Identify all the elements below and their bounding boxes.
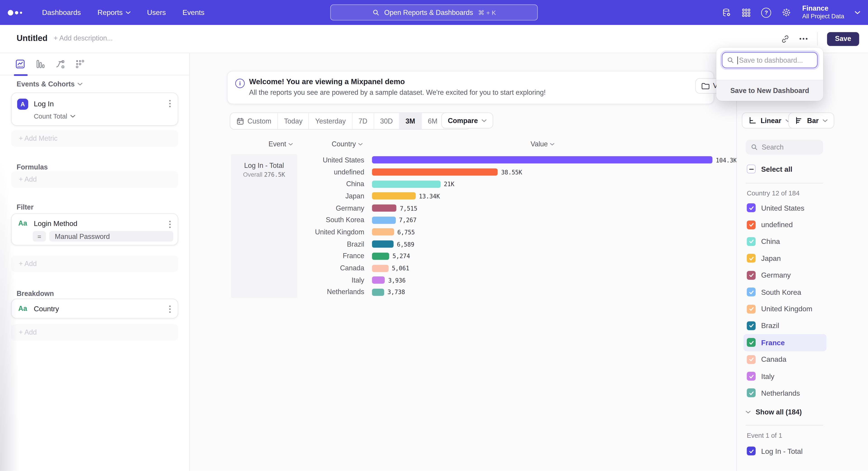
search-icon [372, 9, 379, 16]
checkbox-checked[interactable] [747, 288, 756, 296]
column-header-value[interactable]: Value [530, 140, 554, 148]
country-item-china[interactable]: China [743, 233, 827, 250]
checkbox-checked[interactable] [747, 338, 756, 347]
legend-search-input[interactable]: Search [746, 140, 823, 154]
filter-property-name[interactable]: Login Method [34, 219, 77, 228]
tab-retention[interactable] [75, 58, 86, 69]
bar-united-states[interactable] [372, 156, 712, 164]
kebab-menu-icon[interactable] [169, 220, 171, 228]
tab-funnels[interactable] [35, 58, 45, 69]
bar-netherlands[interactable] [372, 289, 384, 296]
tab-flows[interactable] [55, 58, 65, 69]
add-breakdown-button[interactable]: + Add [11, 324, 178, 341]
bar-united-kingdom[interactable] [372, 229, 394, 236]
country-item-italy[interactable]: Italy [743, 368, 827, 385]
project-switcher[interactable]: Finance All Project Data [802, 5, 844, 20]
mixpanel-logo-icon[interactable] [8, 10, 22, 15]
date-range-today[interactable]: Today [277, 113, 309, 129]
bar-germany[interactable] [372, 205, 397, 212]
event-series-cell[interactable]: Log In - Total Overall 276.5K [231, 154, 297, 298]
nav-item-events[interactable]: Events [182, 8, 204, 17]
breakdown-property-name[interactable]: Country [34, 305, 59, 313]
bar-canada[interactable] [372, 264, 389, 272]
country-item-netherlands[interactable]: Netherlands [743, 385, 827, 401]
report-description-placeholder[interactable]: + Add description... [54, 34, 113, 42]
tab-insights[interactable] [15, 58, 26, 69]
checkbox-checked[interactable] [747, 355, 756, 364]
checkbox-checked[interactable] [747, 372, 756, 381]
country-item-south-korea[interactable]: South Korea [743, 284, 827, 300]
checkbox-checked[interactable] [747, 254, 756, 263]
copy-link-icon[interactable] [780, 34, 790, 44]
save-button[interactable]: Save [827, 32, 859, 46]
checkbox-indeterminate[interactable] [747, 165, 756, 173]
country-item-canada[interactable]: Canada [743, 351, 827, 367]
add-formula-button[interactable]: + Add [11, 171, 178, 188]
filter-value-selector[interactable]: Manual Password [49, 231, 174, 242]
filter-card[interactable]: Aa Login Method = Manual Password [11, 213, 178, 245]
column-header-country[interactable]: Country [332, 140, 363, 148]
filter-operator-selector[interactable]: = [33, 231, 46, 242]
chart-type-selector[interactable]: Bar [788, 112, 834, 128]
help-icon[interactable]: ? [761, 7, 771, 18]
country-item-japan[interactable]: Japan [743, 250, 827, 267]
kebab-menu-icon[interactable] [169, 100, 171, 108]
settings-gear-icon[interactable] [782, 8, 791, 17]
date-range-30d[interactable]: 30D [373, 113, 399, 129]
bar-japan[interactable] [372, 193, 416, 200]
events-cohorts-section-label[interactable]: Events & Cohorts [17, 80, 82, 88]
metric-aggregation-selector[interactable]: Count Total [34, 112, 75, 120]
column-header-event[interactable]: Event [269, 140, 293, 148]
report-title[interactable]: Untitled [17, 33, 48, 43]
event-item-checkbox[interactable] [747, 447, 756, 455]
country-item-germany[interactable]: Germany [743, 267, 827, 284]
checkbox-checked[interactable] [747, 321, 756, 330]
apps-grid-icon[interactable] [742, 8, 751, 17]
country-list: United StatesundefinedChinaJapanGermanyS… [743, 200, 827, 402]
nav-item-users[interactable]: Users [147, 8, 166, 17]
bar-france[interactable] [372, 253, 389, 260]
global-search-button[interactable]: Open Reports & Dashboards ⌘ + K [330, 4, 538, 21]
checkbox-checked[interactable] [747, 304, 756, 313]
string-property-type-icon: Aa [18, 219, 27, 227]
bar-brazil[interactable] [372, 240, 394, 248]
data-management-icon[interactable] [722, 8, 732, 17]
country-item-france[interactable]: France [743, 334, 827, 351]
breakdown-card[interactable]: Aa Country [11, 299, 178, 319]
checkbox-checked[interactable] [747, 220, 756, 229]
save-to-new-dashboard-button[interactable]: Save to New Dashboard [716, 80, 823, 101]
add-filter-button[interactable]: + Add [11, 256, 178, 272]
compare-button[interactable]: Compare [441, 112, 493, 128]
date-range-6m[interactable]: 6M [421, 113, 443, 129]
country-item-united-states[interactable]: United States [743, 200, 827, 216]
save-to-dashboard-popover: Save to dashboard... Save to New Dashboa… [716, 48, 823, 101]
checkbox-checked[interactable] [747, 203, 756, 212]
checkbox-checked[interactable] [747, 271, 756, 279]
kebab-menu-icon[interactable] [169, 305, 171, 313]
select-all-row[interactable]: Select all [747, 165, 793, 173]
more-actions-icon[interactable] [799, 38, 808, 40]
date-range-3m[interactable]: 3M [399, 113, 421, 129]
save-dashboard-search-input[interactable]: Save to dashboard... [722, 52, 817, 68]
bar-undefined[interactable] [372, 169, 498, 176]
country-item-united-kingdom[interactable]: United Kingdom [743, 300, 827, 317]
country-item-brazil[interactable]: Brazil [743, 317, 827, 334]
show-all-button[interactable]: Show all (184) [746, 407, 802, 417]
bar-china[interactable] [372, 180, 440, 188]
add-metric-button[interactable]: + Add Metric [11, 130, 178, 147]
checkbox-checked[interactable] [747, 389, 756, 398]
event-legend-item[interactable]: Log In - Total [747, 443, 803, 459]
check-icon [748, 256, 754, 262]
metric-card[interactable]: A Log In Count Total [11, 92, 178, 126]
nav-item-reports[interactable]: Reports [97, 8, 130, 17]
date-range-7d[interactable]: 7D [352, 113, 373, 129]
date-range-custom[interactable]: Custom [230, 113, 277, 129]
nav-item-dashboards[interactable]: Dashboards [42, 8, 81, 17]
bar-italy[interactable] [372, 277, 385, 284]
bar-south-korea[interactable] [372, 216, 396, 224]
checkbox-checked[interactable] [747, 237, 756, 246]
chevron-down-icon[interactable] [855, 11, 860, 14]
date-range-yesterday[interactable]: Yesterday [309, 113, 352, 129]
metric-event-name[interactable]: Log In [34, 100, 54, 108]
country-item-undefined[interactable]: undefined [743, 216, 827, 233]
